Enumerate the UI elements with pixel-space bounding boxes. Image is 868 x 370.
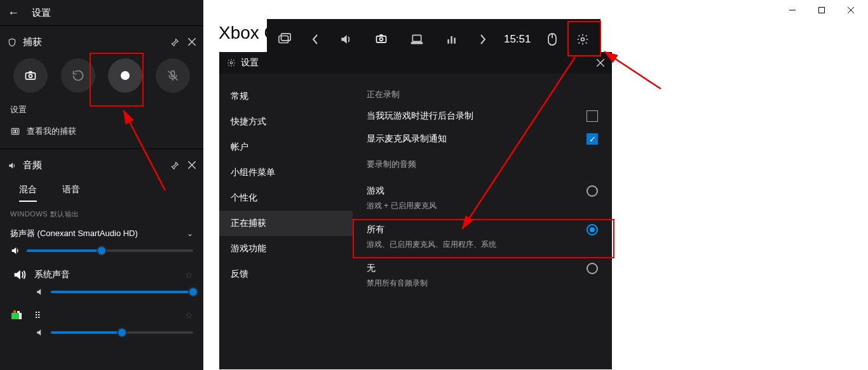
svg-rect-29: [412, 35, 421, 41]
radio-all[interactable]: 所有 游戏、已启用麦克风、应用程序、系统: [367, 219, 598, 258]
settings-header-title: 设置: [32, 7, 51, 19]
nav-capturing[interactable]: 正在捕获: [219, 211, 353, 236]
app2-slider[interactable]: [51, 331, 193, 334]
close-button[interactable]: [836, 0, 865, 20]
speaker-icon: [10, 246, 20, 256]
settings-nav: 常规 快捷方式 帐户 小组件菜单 个性化 正在捕获 游戏功能 反馈: [219, 74, 353, 369]
svg-rect-33: [454, 37, 456, 43]
close-icon[interactable]: [188, 38, 196, 47]
radio-off-icon[interactable]: [587, 185, 598, 197]
radio-game-title: 游戏: [367, 185, 384, 197]
svg-rect-18: [16, 130, 18, 133]
radio-game-sub: 游戏 + 已启用麦克风: [367, 201, 598, 211]
pin-icon[interactable]: [170, 161, 179, 170]
radio-none-title: 无: [367, 263, 376, 274]
nav-feedback[interactable]: 反馈: [219, 261, 353, 287]
svg-rect-32: [451, 36, 453, 44]
view-captures-label: 查看我的捕获: [27, 126, 76, 137]
minimize-button[interactable]: [778, 0, 807, 20]
titlebar: [203, 0, 868, 20]
svg-point-12: [29, 74, 32, 77]
popup-title: 设置: [241, 57, 259, 69]
output-device-row[interactable]: 扬声器 (Conexant SmartAudio HD) ⌄: [0, 221, 203, 246]
radio-none[interactable]: 无 禁用所有音频录制: [367, 258, 598, 296]
nav-general[interactable]: 常规: [219, 84, 353, 109]
pin-icon[interactable]: [170, 38, 179, 47]
speaker-small-icon: [36, 287, 44, 296]
radio-none-sub: 禁用所有音频录制: [367, 278, 598, 289]
gallery-icon: [10, 127, 20, 136]
system-sound-slider[interactable]: [51, 291, 193, 293]
mic-notify-label: 显示麦克风录制通知: [367, 133, 447, 145]
output-device-name: 扬声器 (Conexant SmartAudio HD): [10, 228, 180, 239]
left-header: ← 设置: [0, 0, 203, 25]
close-icon[interactable]: [188, 161, 196, 170]
svg-rect-27: [376, 36, 386, 42]
svg-point-37: [230, 62, 233, 64]
nav-gamefeat[interactable]: 游戏功能: [219, 236, 353, 261]
radio-on-icon[interactable]: [587, 224, 598, 235]
close-icon[interactable]: [597, 59, 604, 67]
start-record-button[interactable]: [108, 58, 142, 93]
favorite-icon[interactable]: ☆: [185, 270, 193, 280]
checkbox-unchecked[interactable]: [587, 110, 598, 122]
maximize-button[interactable]: [807, 0, 836, 20]
audio-title: 音频: [23, 159, 42, 171]
master-volume: [0, 246, 203, 262]
svg-point-36: [581, 37, 585, 41]
radio-game[interactable]: 游戏 游戏 + 已启用麦克风: [367, 180, 598, 219]
svg-rect-25: [279, 36, 288, 43]
tab-mix[interactable]: 混合: [19, 179, 37, 202]
view-captures-link[interactable]: 查看我的捕获: [0, 121, 203, 142]
gamebar-settings-popup: 设置 常规 快捷方式 帐户 小组件菜单 个性化 正在捕获 游戏功能 反馈 正在录…: [219, 52, 612, 369]
svg-rect-30: [411, 43, 422, 44]
svg-rect-31: [448, 39, 450, 44]
svg-rect-23: [13, 310, 16, 313]
speaker-small-icon: [36, 328, 44, 337]
gamebar-left-column: ← 设置 捕获: [0, 0, 203, 370]
app-icon: [10, 307, 28, 324]
radio-all-title: 所有: [367, 224, 384, 235]
record-last-button[interactable]: [61, 58, 95, 93]
settings-content: 正在录制 当我玩游戏时进行后台录制 显示麦克风录制通知 ✓ 要录制的音频 游戏 …: [353, 74, 612, 369]
back-arrow-icon[interactable]: ←: [8, 6, 20, 20]
audio-to-record-label: 要录制的音频: [367, 159, 598, 170]
svg-rect-24: [17, 311, 20, 313]
radio-all-sub: 游戏、已启用麦克风、应用程序、系统: [367, 239, 598, 250]
svg-rect-1: [819, 8, 825, 13]
app2-row: ⠿ ☆: [0, 303, 203, 328]
audio-panel: 音频 混合 语音 WINDOWS 默认输出 扬声器 (Conexant Smar…: [0, 149, 203, 350]
system-sound-label: 系统声音: [34, 269, 70, 281]
svg-rect-21: [11, 313, 19, 319]
favorite-icon[interactable]: ☆: [185, 310, 193, 320]
checkbox-checked[interactable]: ✓: [587, 133, 598, 145]
radio-off-icon[interactable]: [587, 263, 598, 274]
mic-toggle-button[interactable]: [156, 58, 190, 93]
default-output-label: WINDOWS 默认输出: [0, 202, 203, 221]
svg-rect-17: [13, 130, 15, 133]
bg-record-label: 当我玩游戏时进行后台录制: [367, 110, 473, 122]
app2-label: ⠿: [34, 310, 41, 320]
master-volume-slider[interactable]: [27, 249, 193, 252]
speaker-icon: [8, 161, 17, 170]
record-dot-icon: [121, 71, 130, 80]
nav-shortcuts[interactable]: 快捷方式: [219, 109, 353, 135]
shield-icon: [8, 38, 17, 47]
chevron-down-icon: ⌄: [187, 229, 193, 238]
gear-icon: [227, 58, 236, 67]
nav-account[interactable]: 帐户: [219, 135, 353, 160]
tab-voice[interactable]: 语音: [62, 179, 80, 202]
nav-widgets[interactable]: 小组件菜单: [219, 160, 353, 185]
capture-panel: 捕获 设置: [0, 25, 203, 149]
mic-notify-row[interactable]: 显示麦克风录制通知 ✓: [367, 133, 598, 145]
screenshot-button[interactable]: [13, 58, 48, 93]
capture-settings-link[interactable]: 设置: [0, 99, 203, 121]
speaker-icon: [10, 266, 28, 284]
recording-section-label: 正在录制: [367, 89, 598, 100]
svg-rect-26: [281, 33, 290, 40]
nav-personal[interactable]: 个性化: [219, 185, 353, 211]
popup-header: 设置: [219, 52, 612, 74]
svg-point-28: [379, 37, 383, 41]
bg-record-row[interactable]: 当我玩游戏时进行后台录制: [367, 110, 598, 122]
capture-title: 捕获: [23, 36, 42, 48]
